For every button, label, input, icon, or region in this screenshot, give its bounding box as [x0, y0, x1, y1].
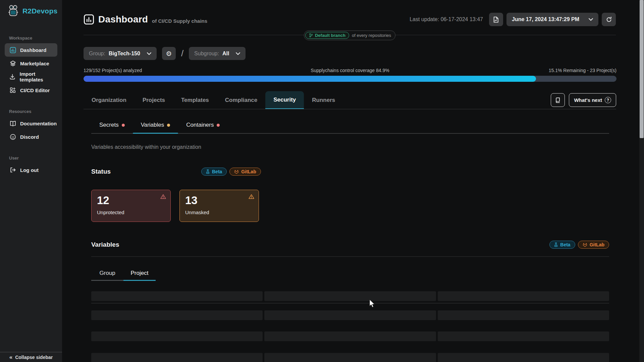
tab-label: Security	[273, 97, 296, 103]
group-settings-button[interactable]: ⚙	[162, 47, 176, 60]
tab-compliance[interactable]: Compliance	[217, 91, 265, 109]
sidebar-item-import-templates[interactable]: Import templates	[5, 70, 57, 83]
unprotected-card[interactable]: 12 Unprotected	[91, 190, 171, 222]
group-label: Group:	[89, 51, 105, 57]
scrollbar-thumb[interactable]	[640, 0, 644, 138]
page-title: Dashboard	[98, 14, 148, 25]
unmasked-label: Unmasked	[185, 209, 253, 215]
warning-triangle-icon	[249, 194, 254, 199]
tab-runners[interactable]: Runners	[304, 91, 343, 109]
sidebar-item-cicd-editor[interactable]: CI/CD Editor	[5, 83, 57, 97]
layers-icon	[9, 60, 16, 67]
report-file-icon	[493, 16, 499, 23]
chevron-down-icon	[147, 52, 151, 55]
table-row	[91, 353, 609, 362]
variables-status-dot	[167, 124, 170, 127]
docs-book-button[interactable]	[551, 93, 565, 107]
refresh-button[interactable]	[602, 13, 616, 26]
table-row	[91, 310, 609, 320]
sidebar-item-logout[interactable]: Log out	[5, 163, 57, 177]
app-logo[interactable]: R2Devops	[0, 0, 62, 17]
subtab-variables[interactable]: Variables	[133, 122, 178, 133]
sidebar-item-label: Discord	[20, 134, 39, 140]
filters-row: Group: BigTech-150 ⚙ / Subgroup: All	[84, 47, 246, 60]
tab-project[interactable]: Project	[123, 266, 156, 281]
logo-text: R2Devops	[22, 7, 57, 15]
beta-badge[interactable]: Beta	[201, 168, 227, 176]
skeleton-cell	[264, 310, 436, 320]
tab-label: Project	[131, 270, 149, 277]
tab-label: Runners	[312, 97, 335, 104]
datetime-value: June 17, 2024 13:47:29 PM	[512, 16, 579, 22]
subgroup-dropdown[interactable]: Subgroup: All	[189, 47, 246, 60]
download-icon	[9, 74, 16, 80]
question-circle-icon: ?	[605, 97, 611, 103]
discord-icon	[9, 134, 16, 140]
subtab-label: Containers	[186, 122, 214, 128]
gitlab-badge[interactable]: GitLab	[578, 241, 609, 249]
datetime-dropdown[interactable]: June 17, 2024 13:47:29 PM	[506, 13, 598, 26]
tab-label: Projects	[143, 97, 165, 104]
report-export-button[interactable]	[489, 13, 503, 26]
skeleton-cell	[91, 353, 263, 362]
whats-next-button[interactable]: What's next ?	[569, 93, 616, 107]
subgroup-value: All	[222, 51, 229, 57]
coverage-progress-bar	[84, 76, 616, 82]
skeleton-cell	[264, 331, 436, 341]
collapse-sidebar-button[interactable]: « Collapse sidebar	[0, 352, 62, 362]
tab-templates[interactable]: Templates	[173, 91, 217, 109]
dashboard-title-icon	[84, 14, 94, 25]
beta-badge[interactable]: Beta	[549, 241, 575, 249]
skeleton-cell	[438, 291, 609, 301]
bar-chart-icon	[9, 47, 16, 53]
page-scrollbar[interactable]	[639, 0, 644, 362]
tab-group[interactable]: Group	[91, 266, 123, 281]
group-dropdown[interactable]: Group: BigTech-150	[84, 47, 157, 60]
subtab-secrets[interactable]: Secrets	[91, 122, 133, 133]
sidebar-item-label: Dashboard	[20, 47, 46, 53]
tab-projects[interactable]: Projects	[135, 91, 173, 109]
status-heading: Status	[91, 168, 201, 175]
progress-labels: 129/152 Project(s) analyzed Supplychains…	[84, 68, 616, 73]
gitlab-icon	[234, 170, 239, 174]
secrets-status-dot	[122, 124, 125, 127]
gitlab-badge[interactable]: GitLab	[229, 168, 261, 176]
branch-scope-row: Default branch of every repositories	[84, 31, 616, 40]
table-header-divider	[91, 303, 609, 303]
tab-label: Organization	[92, 97, 126, 104]
gitlab-icon	[583, 243, 587, 247]
chevron-down-icon	[589, 18, 593, 21]
sidebar-item-dashboard[interactable]: Dashboard	[5, 43, 57, 57]
last-update-text: Last update: 06-17-2024 13:47	[410, 16, 483, 22]
subgroup-label: Subgroup:	[194, 51, 219, 57]
unmasked-count: 13	[185, 194, 253, 206]
group-value: BigTech-150	[109, 51, 140, 57]
unprotected-label: Unprotected	[97, 209, 165, 215]
sidebar-item-discord[interactable]: Discord	[5, 130, 57, 143]
page-subtitle: of CI/CD Supply chains	[152, 18, 207, 24]
default-branch-badge[interactable]: Default branch	[305, 32, 349, 39]
sidebar-section-user: User	[0, 156, 62, 161]
skeleton-cell	[91, 331, 263, 341]
flask-icon	[554, 242, 558, 247]
tab-organization[interactable]: Organization	[84, 91, 135, 109]
sidebar-item-marketplace[interactable]: Marketplace	[5, 57, 57, 70]
gitlab-badge-label: GitLab	[241, 169, 256, 174]
skeleton-cell	[438, 331, 609, 341]
whats-next-label: What's next	[574, 97, 602, 103]
tab-security[interactable]: Security	[265, 91, 304, 109]
variables-scope-tabs: Group Project	[91, 266, 156, 281]
variables-heading-row: Variables Beta GitLab	[91, 241, 609, 249]
beta-badge-label: Beta	[560, 242, 570, 247]
table-row	[91, 331, 609, 341]
sidebar-item-label: Documentation	[20, 121, 57, 126]
coverage-progress-fill	[84, 76, 536, 82]
unmasked-card[interactable]: 13 Unmasked	[179, 190, 259, 222]
sidebar-item-label: Import templates	[20, 71, 57, 82]
variables-heading: Variables	[91, 241, 119, 248]
skeleton-cell	[438, 353, 609, 362]
sidebar-item-documentation[interactable]: Documentation	[5, 117, 57, 130]
page-header: Dashboard of CI/CD Supply chains Last up…	[84, 12, 616, 26]
gear-icon: ⚙	[166, 50, 172, 58]
subtab-containers[interactable]: Containers	[178, 122, 228, 133]
